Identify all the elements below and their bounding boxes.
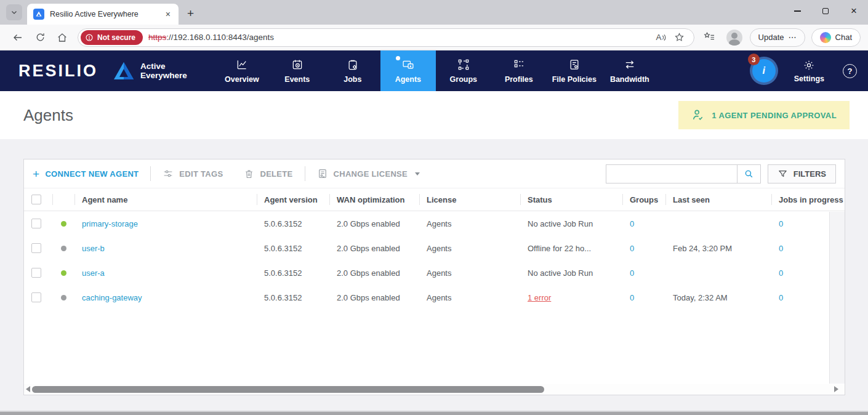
update-button[interactable]: Update ⋯ (750, 28, 805, 47)
refresh-button[interactable] (30, 28, 50, 47)
nav-label-events: Events (284, 75, 310, 84)
search-icon (744, 169, 754, 179)
maximize-button[interactable] (811, 0, 840, 22)
jobs-in-progress-link[interactable]: 0 (779, 219, 783, 228)
nav-item-events[interactable]: Events (270, 50, 325, 91)
status-error-link[interactable]: 1 error (528, 293, 551, 302)
url-scheme: https (148, 33, 166, 42)
row-checkbox[interactable] (31, 219, 41, 228)
gear-icon (803, 59, 815, 71)
tab-title: Resilio Active Everywhere (50, 10, 158, 18)
favorite-button[interactable] (670, 30, 689, 46)
row-checkbox[interactable] (31, 243, 41, 253)
tab-close-button[interactable]: × (164, 9, 172, 19)
nav-label-settings: Settings (794, 75, 824, 83)
help-button[interactable]: ? (843, 64, 857, 78)
agent-version-cell: 5.0.6.3152 (257, 293, 329, 302)
nav-item-settings[interactable]: Settings (794, 59, 824, 83)
resilio-favicon (33, 9, 44, 20)
search-button[interactable] (737, 165, 760, 183)
nav-item-bandwidth[interactable]: Bandwidth (602, 50, 657, 91)
agent-name-link[interactable]: caching-gateway (82, 293, 142, 302)
groups-count-link[interactable]: 0 (630, 219, 634, 228)
jobs-in-progress-link[interactable]: 0 (779, 293, 783, 302)
change-license-label: CHANGE LICENSE (334, 169, 408, 179)
nav-item-agents[interactable]: Agents (380, 50, 436, 91)
horizontal-scrollbar-thumb[interactable] (32, 386, 544, 393)
license-cell: Agents (419, 244, 520, 253)
avatar-head (731, 33, 737, 39)
filters-label: FILTERS (794, 169, 826, 179)
notifications-button[interactable]: 3 i (752, 59, 776, 83)
read-aloud-icon: A (656, 33, 662, 42)
change-license-button[interactable]: CHANGE LICENSE (317, 168, 420, 179)
horizontal-scrollbar[interactable] (24, 384, 845, 395)
header-status[interactable]: Status (520, 188, 622, 211)
delete-button[interactable]: DELETE (244, 169, 292, 179)
license-cell: Agents (419, 293, 520, 302)
profile-avatar[interactable] (726, 30, 742, 46)
agent-version-cell: 5.0.6.3152 (257, 244, 329, 253)
agents-toolbar: + CONNECT NEW AGENT EDIT TAGS DELETE CHA… (24, 159, 845, 188)
minimize-button[interactable] (783, 0, 811, 22)
jobs-in-progress-link[interactable]: 0 (779, 244, 783, 253)
select-all-checkbox[interactable] (31, 195, 41, 204)
toolbar-separator (305, 166, 305, 181)
browser-tab[interactable]: Resilio Active Everywhere × (27, 4, 179, 25)
home-button[interactable] (52, 28, 73, 47)
tab-search-button[interactable] (6, 4, 22, 20)
header-license[interactable]: License (419, 188, 520, 211)
page-body: + CONNECT NEW AGENT EDIT TAGS DELETE CHA… (0, 139, 868, 415)
copilot-icon (820, 32, 831, 43)
agent-name-link[interactable]: primary-storage (82, 219, 138, 228)
home-icon (57, 32, 68, 43)
header-agent-name[interactable]: Agent name (74, 188, 257, 211)
address-bar[interactable]: Not secure https://192.168.0.110:8443/ag… (78, 28, 694, 47)
agent-name-link[interactable]: user-b (82, 244, 105, 253)
vertical-scrollbar-track[interactable] (829, 212, 845, 384)
close-window-button[interactable]: × (840, 0, 868, 22)
header-groups[interactable]: Groups (622, 188, 665, 211)
agent-name-link[interactable]: user-a (82, 268, 105, 278)
edit-tags-button[interactable]: EDIT TAGS (163, 168, 223, 179)
nav-label-bandwidth: Bandwidth (610, 75, 649, 84)
scroll-left-arrow-icon[interactable] (26, 386, 30, 392)
table-row: caching-gateway 5.0.6.3152 2.0 Gbps enab… (24, 285, 845, 310)
nav-label-agents: Agents (395, 75, 421, 84)
navbar-right: 3 i Settings ? (752, 50, 868, 91)
jobs-in-progress-link[interactable]: 0 (779, 268, 783, 278)
info-icon: i (762, 65, 765, 76)
delete-label: DELETE (260, 169, 292, 179)
search-input[interactable] (606, 165, 737, 183)
groups-count-link[interactable]: 0 (630, 293, 634, 302)
read-aloud-button[interactable]: A (652, 30, 670, 46)
nav-item-groups[interactable]: Groups (436, 50, 491, 91)
row-checkbox[interactable] (31, 292, 41, 302)
groups-count-link[interactable]: 0 (630, 268, 634, 278)
notification-count-badge: 3 (748, 54, 760, 65)
not-secure-badge[interactable]: Not secure (81, 30, 143, 45)
nav-item-file-policies[interactable]: File Policies (547, 50, 602, 91)
row-checkbox[interactable] (31, 268, 41, 278)
back-button[interactable] (7, 28, 28, 47)
header-agent-version[interactable]: Agent version (257, 188, 329, 211)
nav-item-overview[interactable]: Overview (214, 50, 270, 91)
new-tab-button[interactable]: + (187, 7, 194, 19)
scroll-right-arrow-icon[interactable] (834, 386, 838, 392)
nav-item-jobs[interactable]: Jobs (325, 50, 380, 91)
connect-new-agent-button[interactable]: + CONNECT NEW AGENT (33, 168, 139, 180)
collections-button[interactable] (701, 30, 719, 46)
product-line1: Active (140, 62, 187, 71)
table-row: primary-storage 5.0.6.3152 2.0 Gbps enab… (24, 211, 845, 236)
filters-button[interactable]: FILTERS (768, 164, 836, 183)
pending-approval-badge[interactable]: 1 AGENT PENDING APPROVAL (678, 101, 850, 129)
collections-icon (704, 31, 715, 43)
header-last-seen[interactable]: Last seen (665, 188, 771, 211)
header-jobs-in-progress[interactable]: Jobs in progress (771, 188, 845, 211)
app-navbar: RESILIO Active Everywhere Overview Even (0, 50, 868, 91)
nav-item-profiles[interactable]: Profiles (491, 50, 547, 91)
copilot-chat-button[interactable]: Chat (811, 28, 861, 47)
license-cell: Agents (419, 268, 520, 278)
groups-count-link[interactable]: 0 (630, 244, 634, 253)
header-wan-optimization[interactable]: WAN optimization (329, 188, 419, 211)
